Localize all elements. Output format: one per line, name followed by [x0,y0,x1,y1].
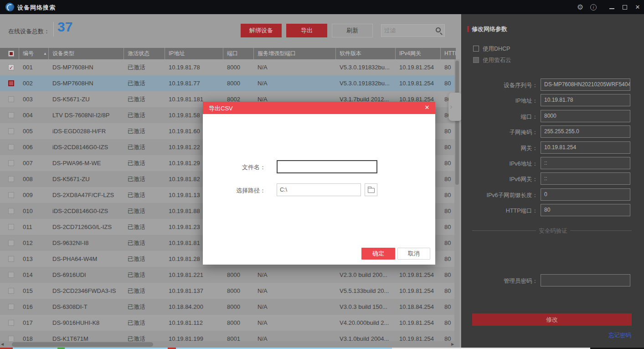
table-row[interactable]: 015DS-2CD2346FWDA3-IS已激活10.19.81.1378000… [0,283,454,299]
field-input[interactable]: 8000 [541,110,630,122]
select-all-checkbox[interactable] [8,51,14,57]
filename-input[interactable] [277,160,377,173]
row-checkbox[interactable] [8,128,14,134]
column-header-ip[interactable]: IP地址 [165,48,185,59]
cell-type: DS-MP7608HN [52,59,93,75]
table-row[interactable]: 017DS-9016HUHI-K8已激活10.19.81.1128000N/AV… [0,315,454,331]
info-icon[interactable]: i [588,0,598,14]
column-header-http[interactable]: HTTP端口 [440,48,456,59]
field-label: IPv6网关： [509,176,538,183]
row-checkbox[interactable] [8,144,14,150]
column-header-ver[interactable]: 软件版本 [335,48,361,59]
panel-collapse-handle[interactable]: › [448,93,462,121]
field-input[interactable]: 0 [541,188,630,201]
cell-port: 8000 [227,315,240,331]
field-input[interactable]: DS-MP7608HN20210205WRF5404 [541,78,630,91]
cell-num: 002 [23,75,33,91]
forgot-password-link[interactable]: 忘记密码 [608,332,631,339]
scroll-left-arrow-icon[interactable]: ◀ [1,342,4,347]
column-header-port[interactable]: 端口 [223,48,238,59]
cell-ver: V3.1.0build 2004... [340,331,397,341]
column-header-gw[interactable]: IPv4网关 [395,48,421,59]
cell-num: 012 [23,235,33,251]
row-checkbox[interactable] [8,288,14,294]
refresh-button[interactable]: 刷新 [332,24,373,37]
row-checkbox[interactable] [8,256,14,262]
cell-num: 010 [23,203,33,219]
row-checkbox[interactable] [8,272,14,278]
filter-input[interactable] [384,25,433,36]
cell-ip: 10.19.81.23 [169,219,200,235]
table-row[interactable]: 018DS-K1T671M已激活10.19.81.1998001N/AV3.1.… [0,331,454,341]
cell-status: 已激活 [128,235,145,251]
sort-ascending-icon[interactable]: ▲ [43,48,47,59]
search-icon[interactable] [436,27,441,32]
titlebar: 设备网络搜索 ⚙ i ✕ [0,0,644,14]
field-input[interactable]: :: [541,172,630,185]
row-checkbox[interactable] [8,304,14,310]
cell-ip: 10.19.81.199 [169,331,203,341]
panel-title: 修改网络参数 [472,25,507,33]
path-input[interactable] [277,183,361,196]
field-input[interactable]: 10.19.81.254 [541,141,630,154]
table-row[interactable]: ✓001DS-MP7608HN已激活10.19.81.788000N/AV5.3… [0,59,454,75]
cell-type: DS-K5671-ZU [52,171,90,187]
row-checkbox[interactable] [8,208,14,214]
cell-ver: V3.0.3 build 150... [340,299,397,315]
maximize-button[interactable] [620,0,629,14]
table-row[interactable]: 014DS-6916UDI已激活10.19.81.2218000N/AV2.3.… [0,267,454,283]
column-header-eport[interactable]: 服务增强型端口 [253,48,296,59]
horizontal-scrollbar-thumb[interactable] [12,342,153,347]
cell-ip: 10.19.81.22 [169,139,200,155]
row-checkbox[interactable] [8,320,14,326]
field-input[interactable]: 255.255.255.0 [541,125,630,138]
row-checkbox[interactable] [8,336,14,341]
field-input[interactable]: :: [541,157,630,169]
cell-type: DS-9632NI-I8 [52,235,88,251]
field-input[interactable]: 10.19.81.78 [541,94,630,106]
column-header-type[interactable]: 设备类型 [48,48,74,59]
use-dhcp-checkbox[interactable] [473,46,479,52]
use-ezviz-checkbox[interactable] [473,57,479,63]
browse-folder-button[interactable] [365,183,377,196]
minimize-button[interactable] [607,0,616,14]
table-row[interactable]: 002DS-MP7608HN已激活10.19.81.778000N/AV5.3.… [0,75,454,91]
cancel-button[interactable]: 取消 [397,248,430,260]
cell-ip: 10.19.81.28 [169,251,200,267]
scroll-right-arrow-icon[interactable]: ▶ [451,342,454,347]
close-window-button[interactable]: ✕ [633,0,643,14]
export-button[interactable]: 导出 [286,24,327,37]
cell-ip: 10.18.84.200 [169,299,203,315]
field-label: 网关： [521,145,538,152]
cell-status: 已激活 [128,219,145,235]
modify-button[interactable]: 修改 [472,313,632,326]
unbind-device-button[interactable]: 解绑设备 [241,24,282,37]
settings-gear-icon[interactable]: ⚙ [575,0,585,14]
cell-ver: V5.3.0.191832bu... [340,59,397,75]
cell-type: DS-PWA96-M-WE [52,155,101,171]
horizontal-scrollbar[interactable]: ◀ ▶ [0,341,459,348]
cell-num: 018 [23,331,33,341]
row-checkbox[interactable] [8,176,14,182]
dialog-close-icon[interactable]: ✕ [423,104,431,111]
column-header-status[interactable]: 激活状态 [124,48,149,59]
vertical-scrollbar-thumb[interactable] [455,61,459,185]
cell-http: 80 [444,299,451,315]
cell-ver: V5.3.0.191832bu... [340,75,397,91]
field-label: HTTP端口： [506,207,538,215]
row-checkbox[interactable] [8,96,14,102]
row-checkbox[interactable] [8,224,14,230]
field-label: IPv6地址： [509,160,538,168]
row-checkbox[interactable] [8,240,14,246]
column-header-num[interactable]: 编号 [19,48,34,59]
row-checkbox[interactable]: ✓ [8,64,14,70]
row-checkbox[interactable] [8,112,14,118]
row-checkbox[interactable] [8,160,14,166]
cell-http: 80 [444,139,451,155]
table-row[interactable]: 016DS-6308DI-T已激活10.18.84.2008000N/AV3.0… [0,299,454,315]
row-checkbox[interactable] [8,192,14,198]
admin-password-input[interactable] [541,274,630,286]
ok-button[interactable]: 确定 [361,248,395,260]
row-checkbox[interactable] [8,80,14,86]
field-input[interactable]: 80 [541,204,630,216]
